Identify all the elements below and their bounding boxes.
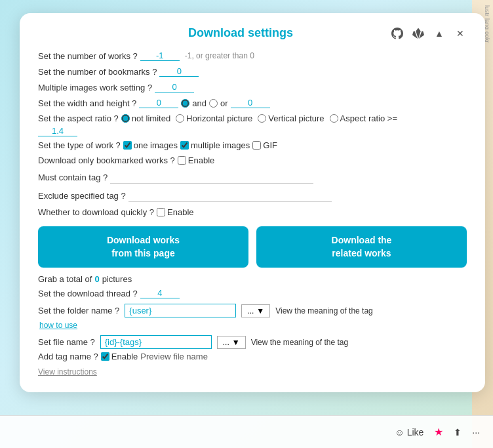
horizontal-option[interactable]: Horizontal picture [176,113,252,123]
quick-enable-label: Enable [167,207,193,217]
not-limited-radio[interactable] [121,114,130,123]
quick-enable-checkbox[interactable] [157,208,165,216]
star-button[interactable]: ★ [434,426,443,438]
download-page-line1: Download works [107,235,180,245]
folder-view-meaning: View the meaning of the tag [275,306,373,316]
num-works-input[interactable] [140,51,180,61]
grab-row: Grab a total of 0 pictures [38,274,467,284]
multi-images-row: Multiple images work setting ? [38,82,467,92]
vertical-label: Vertical picture [268,113,324,123]
multi-images-label: Multiple images work setting ? [38,83,152,92]
download-page-line2: from this page [111,248,174,258]
bookmark-enable-checkbox[interactable] [178,156,186,165]
bottom-bar: ☺ Like ★ ⬆ ··· [0,415,493,448]
multiple-images-option[interactable]: multiple images [180,140,250,150]
folder-label: Set the folder name ? [38,306,119,316]
gif-checkbox[interactable] [252,141,261,150]
aspect-gte-label: Aspect ratio >= [340,113,397,123]
like-emoji: ☺ [395,427,404,438]
download-settings-dialog: Download settings ▲ ✕ Set the number of … [20,13,485,392]
folder-dropdown-button[interactable]: ... ▼ [241,304,270,317]
share-button[interactable]: ⬆ [454,427,462,438]
bookmark-only-label: Download only bookmarked works ? [38,155,175,165]
update-icon[interactable]: ▲ [433,27,446,40]
one-images-option[interactable]: one images [123,140,178,150]
gif-label: GIF [263,140,277,150]
download-page-button[interactable]: Download works from this page [38,226,248,268]
horizontal-radio[interactable] [176,114,184,123]
aspect-gte-radio[interactable] [330,114,338,123]
github-icon[interactable] [391,27,404,40]
add-tag-row: Add tag name ? Enable Preview file name [38,352,467,361]
thread-label: Set the download thread ? [38,289,138,298]
grab-count: 0 [94,274,99,284]
quick-enable-option[interactable]: Enable [157,207,193,217]
width-input[interactable] [139,98,178,108]
must-contain-row: Must contain tag ? [38,171,467,184]
and-text: and [192,98,207,108]
multi-images-input[interactable] [155,82,194,92]
num-bookmarks-label: Set the number of bookmarks ? [38,67,157,77]
num-works-label: Set the number of works ? [38,51,138,61]
more-button[interactable]: ··· [472,427,480,438]
header-icons: ▲ ✕ [391,27,467,40]
add-tag-enable-option[interactable]: Enable [101,352,138,361]
exclude-tag-label: Exclude specified tag ? [38,191,126,201]
folder-dropdown-arrow: ▼ [256,306,264,316]
star-icon: ★ [434,426,443,438]
multiple-images-label: multiple images [191,140,250,150]
or-radio[interactable] [209,99,218,108]
vertical-radio[interactable] [258,114,266,123]
folder-dropdown-label: ... [247,306,254,316]
grab-prefix: Grab a total of [38,274,92,284]
one-images-checkbox[interactable] [123,141,132,150]
close-icon[interactable]: ✕ [454,27,467,40]
aspect-ratio-label: Set the aspect ratio ? [38,113,119,123]
exclude-tag-input[interactable] [128,189,332,202]
num-bookmarks-row: Set the number of bookmarks ? [38,66,467,77]
dialog-header: Download settings ▲ ✕ [38,26,467,40]
grab-suffix: pictures [102,274,132,284]
height-input[interactable] [231,98,270,108]
or-text: or [220,98,228,108]
download-related-line1: Download the [332,235,392,245]
share-icon: ⬆ [454,427,462,438]
aspect-ratio-value-input[interactable] [38,126,77,136]
filename-dropdown-button[interactable]: ... ▼ [217,336,246,349]
gif-option[interactable]: GIF [252,140,277,150]
vertical-option[interactable]: Vertical picture [258,113,324,123]
bookmark-enable-option[interactable]: Enable [178,155,214,165]
add-tag-enable-label: Enable [111,352,138,361]
width-radio[interactable] [181,99,189,108]
filename-dropdown-arrow: ▼ [232,338,240,347]
add-tag-checkbox[interactable] [101,352,109,361]
filename-label: Set file name ? [38,337,95,347]
folder-input[interactable] [125,304,236,317]
must-contain-input[interactable] [110,171,313,184]
preview-filename-label: Preview file name [140,352,208,361]
more-icon: ··· [472,427,480,438]
add-tag-label: Add tag name ? [38,352,98,361]
aspect-gte-option[interactable]: Aspect ratio >= [330,113,397,123]
download-related-button[interactable]: Download the related works [256,226,467,268]
filename-input[interactable] [100,335,212,349]
num-bookmarks-input[interactable] [159,66,199,77]
not-limited-option[interactable]: not limited [121,113,170,123]
exclude-tag-row: Exclude specified tag ? [38,189,467,202]
bookmark-enable-label: Enable [188,155,214,165]
multiple-images-checkbox[interactable] [180,141,189,150]
gitlab-icon[interactable] [412,27,425,40]
aspect-ratio-group: not limited Horizontal picture Vertical … [121,113,397,123]
filename-row: Set file name ? ... ▼ View the meaning o… [38,335,467,349]
quick-download-label: Whether to download quickly ? [38,207,154,217]
howto-link[interactable]: how to use [39,321,77,330]
bookmark-only-row: Download only bookmarked works ? Enable [38,155,467,165]
num-works-row: Set the number of works ? -1, or greater… [38,51,467,61]
type-of-work-row: Set the type of work ? one images multip… [38,140,467,150]
thread-row: Set the download thread ? [38,288,467,298]
aspect-ratio-row: Set the aspect ratio ? not limited Horiz… [38,113,467,123]
dialog-title: Download settings [90,26,391,40]
like-button[interactable]: ☺ Like [395,427,424,438]
view-instructions-link[interactable]: View instructions [38,367,97,377]
thread-input[interactable] [140,288,180,298]
